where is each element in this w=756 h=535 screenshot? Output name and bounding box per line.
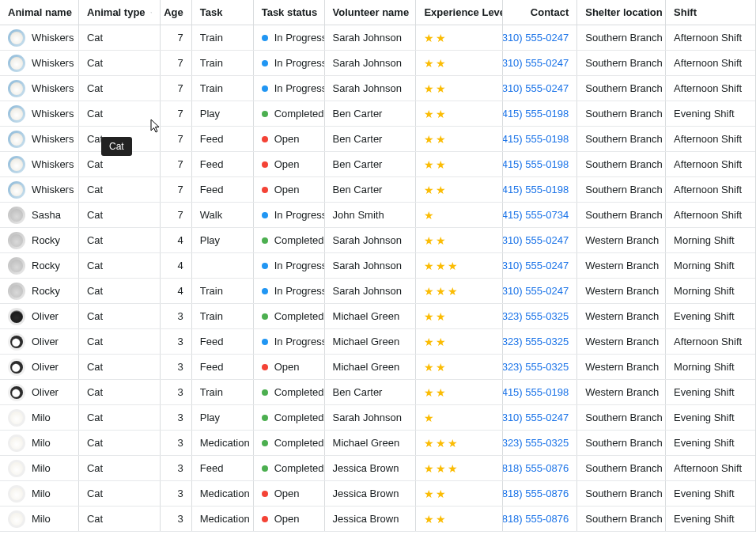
col-task-status[interactable]: Task status [254,0,325,25]
cell-animal-name[interactable]: Rocky [0,228,79,252]
cell-animal-type[interactable]: Cat [79,279,161,303]
cell-volunteer[interactable]: Ben Carter [325,127,417,151]
cell-contact[interactable]: (415) 555-0198 [503,152,577,176]
cell-experience[interactable]: ★ [416,203,503,227]
table-row[interactable]: OliverCat3TrainCompletedBen Carter★★(415… [0,380,755,405]
cell-status[interactable]: In Progress [254,203,325,227]
cell-age[interactable]: 3 [161,304,192,328]
cell-location[interactable]: Southern Branch [577,152,666,176]
cell-location[interactable]: Western Branch [577,279,666,303]
cell-animal-type[interactable]: Cat [79,355,161,379]
cell-shift[interactable]: Morning Shift [666,279,755,303]
col-animal-type[interactable]: Animal type [79,0,161,25]
cell-contact[interactable]: (310) 555-0247 [503,253,577,278]
cell-experience[interactable]: ★★ [416,304,503,328]
cell-location[interactable]: Southern Branch [577,507,666,531]
contact-link[interactable]: (323) 555-0325 [503,361,569,373]
cell-location[interactable]: Western Branch [577,304,666,328]
cell-contact[interactable]: (310) 555-0247 [503,405,577,430]
cell-experience[interactable]: ★★★ [416,279,503,303]
cell-contact[interactable]: (310) 555-0247 [503,279,577,303]
cell-contact[interactable]: (310) 555-0247 [503,25,577,50]
cell-shift[interactable]: Evening Shift [666,101,755,126]
cell-age[interactable]: 7 [161,203,192,227]
cell-experience[interactable]: ★★ [416,355,503,379]
cell-status[interactable]: Completed [254,431,325,455]
cell-experience[interactable]: ★★ [416,76,503,101]
cell-contact[interactable]: (415) 555-0198 [503,380,577,404]
cell-volunteer[interactable]: Sarah Johnson [325,253,417,278]
cell-status[interactable]: Completed [254,456,325,480]
contact-link[interactable]: (310) 555-0247 [503,32,569,44]
cell-animal-type[interactable]: Cat [79,405,161,430]
cell-age[interactable]: 7 [161,101,192,126]
cell-location[interactable]: Western Branch [577,355,666,379]
contact-link[interactable]: (415) 555-0198 [503,158,569,170]
table-row[interactable]: SashaCat7WalkIn ProgressJohn Smith★(415)… [0,203,755,228]
table-row[interactable]: WhiskersCat7TrainIn ProgressSarah Johnso… [0,76,755,101]
cell-experience[interactable]: ★★★ [416,431,503,455]
cell-animal-name[interactable]: Rocky [0,253,79,278]
cell-location[interactable]: Southern Branch [577,51,666,75]
cell-experience[interactable]: ★★ [416,101,503,126]
cell-shift[interactable]: Afternoon Shift [666,25,755,50]
cell-experience[interactable]: ★★ [416,481,503,506]
cell-volunteer[interactable]: Sarah Johnson [325,228,417,252]
cell-animal-type[interactable]: Cat [79,253,161,278]
contact-link[interactable]: (310) 555-0247 [503,82,569,94]
cell-status[interactable]: Open [254,127,325,151]
cell-animal-type[interactable]: Cat [79,507,161,531]
cell-age[interactable]: 3 [161,405,192,430]
cell-shift[interactable]: Evening Shift [666,405,755,430]
cell-status[interactable]: Completed [254,405,325,430]
cell-animal-name[interactable]: Sasha [0,203,79,227]
cell-animal-type[interactable]: Cat [79,25,161,50]
cell-animal-type[interactable]: Cat [79,203,161,227]
cell-contact[interactable]: (310) 555-0247 [503,228,577,252]
cell-contact[interactable]: (415) 555-0198 [503,101,577,126]
cell-age[interactable]: 3 [161,481,192,506]
cell-location[interactable]: Southern Branch [577,177,666,202]
cell-animal-name[interactable]: Milo [0,481,79,506]
cell-task[interactable]: Play [192,405,254,430]
cell-volunteer[interactable]: Sarah Johnson [325,76,417,101]
cell-status[interactable]: In Progress [254,329,325,354]
cell-status[interactable]: In Progress [254,25,325,50]
contact-link[interactable]: (415) 555-0198 [503,133,569,145]
cell-status[interactable]: Completed [254,228,325,252]
cell-experience[interactable]: ★ [416,405,503,430]
cell-status[interactable]: Open [254,481,325,506]
cell-task[interactable]: Train [192,76,254,101]
cell-task[interactable]: Feed [192,177,254,202]
cell-volunteer[interactable]: Jessica Brown [325,456,417,480]
cell-shift[interactable]: Evening Shift [666,431,755,455]
cell-contact[interactable]: (323) 555-0325 [503,329,577,354]
cell-age[interactable]: 3 [161,329,192,354]
contact-link[interactable]: (415) 555-0734 [503,209,569,221]
cell-volunteer[interactable]: Ben Carter [325,177,417,202]
cell-shift[interactable]: Morning Shift [666,228,755,252]
cell-experience[interactable]: ★★ [416,329,503,354]
cell-location[interactable]: Western Branch [577,228,666,252]
cell-location[interactable]: Western Branch [577,253,666,278]
col-experience[interactable]: Experience Level [416,0,503,25]
cell-experience[interactable]: ★★ [416,177,503,202]
cell-volunteer[interactable]: Michael Green [325,431,417,455]
table-row[interactable]: OliverCat3FeedOpenMichael Green★★(323) 5… [0,355,755,380]
table-row[interactable]: WhiskersCat7TrainIn ProgressSarah Johnso… [0,25,755,51]
cell-task[interactable]: Train [192,51,254,75]
cell-location[interactable]: Southern Branch [577,456,666,480]
contact-link[interactable]: (415) 555-0198 [503,184,569,195]
cell-task[interactable]: Feed [192,329,254,354]
col-contact[interactable]: Contact [503,0,577,25]
cell-contact[interactable]: (310) 555-0247 [503,76,577,101]
cell-location[interactable]: Southern Branch [577,481,666,506]
cell-animal-type[interactable]: Cat [79,177,161,202]
cell-status[interactable]: Open [254,152,325,176]
cell-animal-type[interactable]: Cat [79,481,161,506]
cell-shift[interactable]: Afternoon Shift [666,177,755,202]
cell-age[interactable]: 7 [161,51,192,75]
cell-location[interactable]: Southern Branch [577,203,666,227]
cell-age[interactable]: 3 [161,431,192,455]
cell-volunteer[interactable]: Sarah Johnson [325,279,417,303]
